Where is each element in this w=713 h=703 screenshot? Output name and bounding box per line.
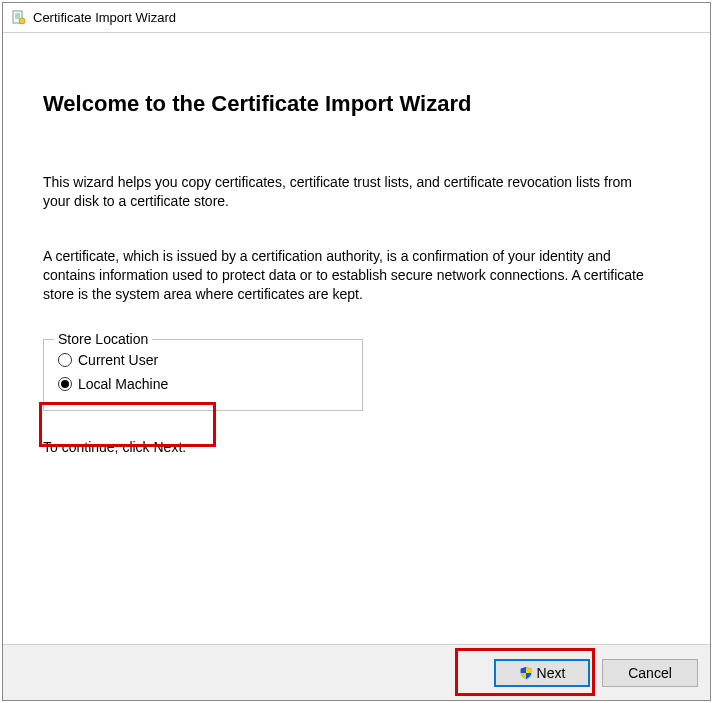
radio-label: Current User: [78, 352, 158, 368]
radio-current-user[interactable]: Current User: [56, 348, 350, 372]
radio-local-machine[interactable]: Local Machine: [56, 372, 350, 396]
store-location-legend: Store Location: [54, 331, 152, 347]
cancel-button[interactable]: Cancel: [602, 659, 698, 687]
radio-icon: [58, 377, 72, 391]
wizard-window: Certificate Import Wizard Welcome to the…: [2, 2, 711, 701]
radio-icon: [58, 353, 72, 367]
next-button[interactable]: Next: [494, 659, 590, 687]
window-title: Certificate Import Wizard: [33, 10, 176, 25]
certificate-wizard-icon: [11, 10, 27, 26]
title-bar: Certificate Import Wizard: [3, 3, 710, 33]
button-bar: Next Cancel: [3, 644, 710, 700]
intro-text: This wizard helps you copy certificates,…: [43, 173, 653, 211]
svg-point-4: [19, 18, 25, 24]
radio-label: Local Machine: [78, 376, 168, 392]
store-location-group: Store Location Current User Local Machin…: [43, 339, 363, 411]
description-text: A certificate, which is issued by a cert…: [43, 247, 653, 304]
wizard-content: Welcome to the Certificate Import Wizard…: [3, 33, 710, 455]
cancel-button-label: Cancel: [628, 665, 672, 681]
page-heading: Welcome to the Certificate Import Wizard: [43, 91, 670, 117]
next-button-label: Next: [537, 665, 566, 681]
continue-instruction: To continue, click Next.: [43, 439, 670, 455]
uac-shield-icon: [519, 666, 533, 680]
